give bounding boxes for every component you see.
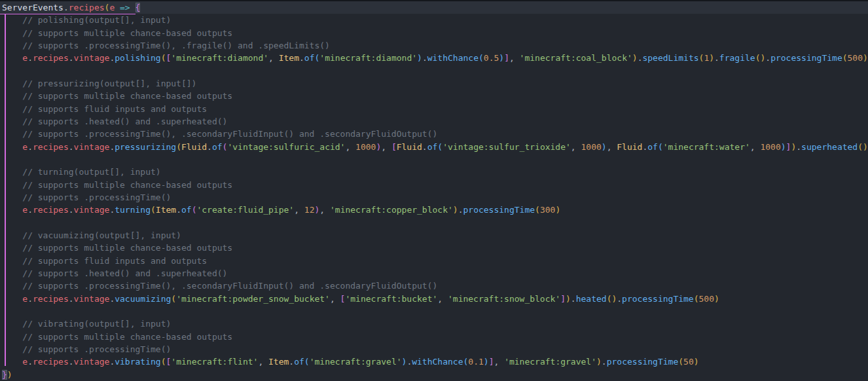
code-token: e xyxy=(22,294,27,304)
code-token: => xyxy=(120,3,130,12)
code-token: , xyxy=(381,142,391,152)
code-token: Fluid xyxy=(181,142,207,152)
code-token: pressurizing xyxy=(115,142,176,152)
code-line-27: // supports multiple chance-based output… xyxy=(0,331,868,343)
code-token: { xyxy=(136,3,141,12)
code-token: ) xyxy=(602,142,607,152)
code-token: ] xyxy=(504,53,509,63)
code-token: , xyxy=(268,53,279,63)
code-token: ) xyxy=(484,357,489,367)
code-token: [ xyxy=(391,142,397,152)
code-token: . xyxy=(27,205,33,215)
code-token: recipes xyxy=(33,142,69,152)
code-token: } xyxy=(2,370,7,380)
code-line-26: // vibrating(output[], input) xyxy=(0,318,868,330)
comment-token: // supports .processingTime() xyxy=(2,192,171,202)
code-line-30: }) xyxy=(0,369,868,381)
code-token: 'vintage:sulfuric_acid' xyxy=(227,142,345,152)
code-line-23: // supports .processingTime(), .secondar… xyxy=(0,280,868,292)
code-line-17: e.recipes.vintage.turning(Item.of('creat… xyxy=(0,204,868,216)
code-token: , xyxy=(509,53,520,63)
code-token: ( xyxy=(658,142,663,152)
code-token: , xyxy=(319,205,330,215)
code-token: recipes xyxy=(33,294,69,304)
code-token: processingTime xyxy=(770,53,842,63)
code-token: ) xyxy=(417,53,422,63)
code-token: , xyxy=(258,357,268,367)
code-token xyxy=(2,142,22,152)
code-token: 'minecraft:diamond' xyxy=(171,53,268,63)
code-line-22: // supports .heated() and .superheated() xyxy=(0,267,868,280)
code-token: 'minecraft:flint' xyxy=(171,357,258,367)
code-token: withChance xyxy=(427,53,479,63)
code-token: ServerEvents xyxy=(2,3,63,12)
code-token: of xyxy=(647,142,658,152)
code-token: ) xyxy=(499,53,504,63)
code-token: of xyxy=(304,53,315,63)
code-token: 300 xyxy=(540,205,555,215)
comment-token: // supports .processingTime(), .secondar… xyxy=(2,281,437,291)
code-line-20: // supports multiple chance-based output… xyxy=(0,242,868,254)
code-token: Item xyxy=(268,357,289,367)
code-token: 'minecraft:copper_block' xyxy=(330,205,453,215)
code-token: heated xyxy=(576,294,607,304)
code-token: . xyxy=(299,53,304,63)
comment-token: // vacuumizing(output[], input) xyxy=(2,230,181,240)
code-token: vintage xyxy=(74,53,110,63)
code-token: . xyxy=(714,53,719,63)
code-token: ( xyxy=(694,294,699,304)
comment-token: // supports multiple chance-based output… xyxy=(2,332,232,342)
code-token xyxy=(2,294,22,304)
code-token: ( xyxy=(304,357,310,367)
code-token xyxy=(2,53,22,63)
code-line-14: // turning(output[], input) xyxy=(0,166,868,178)
code-token: . xyxy=(69,142,74,152)
code-token: of xyxy=(181,205,192,215)
code-token: ) xyxy=(781,142,786,152)
code-token: vintage xyxy=(74,142,110,152)
comment-token: // supports multiple chance-based output… xyxy=(2,180,232,190)
code-token: , xyxy=(571,142,581,152)
code-token: . xyxy=(422,53,427,63)
code-token: ) xyxy=(632,53,638,63)
code-token: . xyxy=(27,294,33,304)
code-token: Item xyxy=(156,205,176,215)
code-token: () xyxy=(858,142,868,152)
code-token: , xyxy=(437,294,448,304)
code-token: fragile xyxy=(719,53,755,63)
code-token: . xyxy=(69,53,74,63)
code-line-8: // supports multiple chance-based output… xyxy=(0,90,868,102)
code-token: e xyxy=(22,357,27,367)
code-token: recipes xyxy=(69,3,105,12)
comment-token: // vibrating(output[], input) xyxy=(2,319,171,329)
code-line-2: // polishing(output[], input) xyxy=(0,14,868,26)
code-token: . xyxy=(571,294,576,304)
code-line-12: e.recipes.vintage.pressurizing(Fluid.of(… xyxy=(0,141,868,153)
code-editor[interactable]: ServerEvents.recipes(e => { // polishing… xyxy=(0,0,868,381)
code-token: e xyxy=(22,142,27,152)
code-token: , xyxy=(494,357,504,367)
code-line-21: // supports fluid inputs and outputs xyxy=(0,255,868,267)
code-token: Item xyxy=(279,53,299,63)
code-token: ) xyxy=(453,205,458,215)
code-line-29: e.recipes.vintage.vibrating(['minecraft:… xyxy=(0,355,868,368)
code-token: vintage xyxy=(74,357,110,367)
code-token xyxy=(2,357,22,367)
code-line-7: // pressurizing(output[], input[]) xyxy=(0,77,868,90)
code-line-6 xyxy=(0,65,868,77)
code-token: ) xyxy=(566,294,571,304)
code-token: processingTime xyxy=(622,294,694,304)
code-area[interactable]: ServerEvents.recipes(e => { // polishing… xyxy=(0,1,868,381)
code-token: Fluid xyxy=(617,142,642,152)
code-token: 'minecraft:bucket' xyxy=(345,294,437,304)
code-token: . xyxy=(63,3,69,12)
code-token: ( xyxy=(161,357,166,367)
code-token: ) xyxy=(555,205,560,215)
comment-token: // supports multiple chance-based output… xyxy=(2,28,232,38)
comment-token: // supports .heated() and .superheated() xyxy=(2,268,227,278)
code-token: 'minecraft:coal_block' xyxy=(520,53,632,63)
code-token: processingTime xyxy=(463,205,535,215)
code-token: e xyxy=(22,205,27,215)
code-line-9: // supports fluid inputs and outputs xyxy=(0,103,868,115)
code-token: () xyxy=(755,53,766,63)
